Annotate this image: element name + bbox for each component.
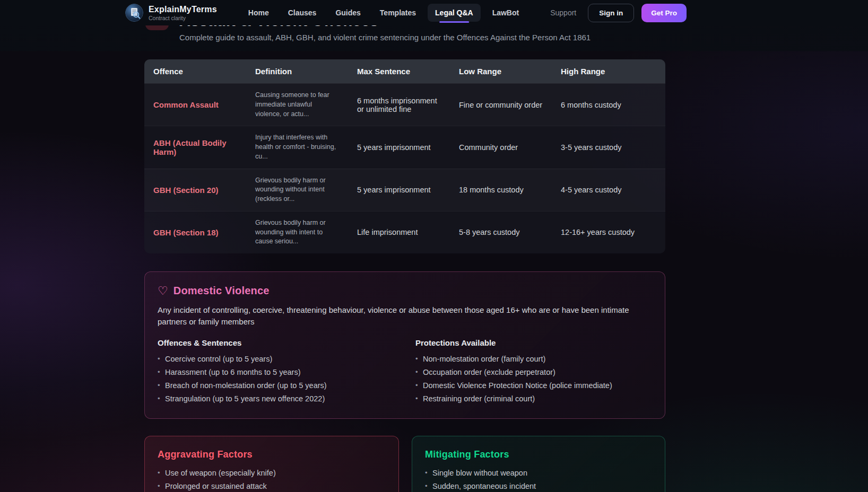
list-item: Breach of non-molestation order (up to 5… [158, 379, 394, 392]
nav-link[interactable]: Guides [328, 4, 368, 22]
top-navbar: ExplainMyTerms Contract clarity Home Cla… [0, 0, 868, 25]
aggravating-factors-card: Aggravating Factors Use of weapon (espec… [144, 436, 399, 492]
offence-link[interactable]: ABH (Actual Bodily Harm) [144, 131, 246, 163]
offence-link[interactable]: GBH (Section 18) [144, 221, 246, 244]
nav-link[interactable]: Home [241, 4, 276, 22]
protections-list: Non-molestation order (family court) Occ… [415, 353, 652, 406]
column-header-max-sentence: Max Sentence [348, 59, 450, 83]
offences-sentences-heading: Offences & Sentences [158, 338, 394, 347]
high-range-cell: 12-16+ years custody [552, 221, 665, 243]
offence-link[interactable]: GBH (Section 20) [144, 179, 246, 201]
table-row: GBH (Section 20) Grievous bodily harm or… [144, 169, 665, 211]
list-item: Restraining order (criminal court) [415, 392, 652, 406]
mitigating-factors-title: Mitigating Factors [425, 449, 652, 460]
definition-cell: Causing someone to fear immediate unlawf… [246, 84, 348, 126]
list-item: Strangulation (up to 5 years new offence… [158, 392, 394, 406]
get-pro-button[interactable]: Get Pro [641, 4, 687, 22]
sign-in-button[interactable]: Sign in [588, 4, 634, 22]
brand-tagline: Contract clarity [149, 15, 217, 21]
max-sentence-cell: 5 years imprisonment [348, 136, 450, 159]
low-range-cell: 5-8 years custody [450, 221, 552, 243]
high-range-cell: 6 months custody [552, 94, 665, 116]
definition-cell: Injury that interferes with health or co… [246, 126, 348, 168]
list-item: Harassment (up to 6 months to 5 years) [158, 366, 394, 379]
table-header-row: Offence Definition Max Sentence Low Rang… [144, 59, 665, 83]
definition-cell: Grievous bodily harm or wounding with in… [246, 212, 348, 253]
offences-sentences-list: Coercive control (up to 5 years) Harassm… [158, 353, 394, 406]
column-header-low-range: Low Range [450, 59, 552, 83]
list-item: Domestic Violence Protection Notice (pol… [415, 379, 652, 392]
support-link[interactable]: Support [550, 8, 576, 17]
brand[interactable]: ExplainMyTerms Contract clarity [125, 4, 217, 22]
aggravating-factors-list: Use of weapon (especially knife) Prolong… [158, 467, 386, 492]
list-item: Non-molestation order (family court) [415, 353, 652, 366]
high-range-cell: 4-5 years custody [552, 179, 665, 201]
low-range-cell: 18 months custody [450, 179, 552, 201]
domestic-violence-title: Domestic Violence [173, 285, 270, 297]
nav-link[interactable]: Templates [372, 4, 423, 22]
mitigating-factors-card: Mitigating Factors Single blow without w… [412, 436, 665, 492]
list-item: Prolonged or sustained attack [158, 480, 386, 492]
max-sentence-cell: 6 months imprisonment or unlimited fine [348, 90, 450, 120]
nav-link[interactable]: LawBot [485, 4, 527, 22]
column-header-offence: Offence [144, 59, 246, 83]
list-item: Use of weapon (especially knife) [158, 467, 386, 480]
offence-link[interactable]: Common Assault [144, 93, 246, 116]
protections-heading: Protections Available [415, 338, 652, 347]
high-range-cell: 3-5 years custody [552, 136, 665, 159]
brand-name: ExplainMyTerms [149, 5, 217, 14]
logo-icon [125, 4, 143, 22]
low-range-cell: Fine or community order [450, 94, 552, 116]
list-item: Coercive control (up to 5 years) [158, 353, 394, 366]
column-header-high-range: High Range [552, 59, 665, 83]
max-sentence-cell: 5 years imprisonment [348, 179, 450, 201]
protections-column: Protections Available Non-molestation or… [415, 338, 652, 406]
nav-link[interactable]: Clauses [281, 4, 324, 22]
offences-table: Offence Definition Max Sentence Low Rang… [144, 59, 665, 253]
definition-cell: Grievous bodily harm or wounding without… [246, 169, 348, 211]
nav-link[interactable]: Legal Q&A [428, 4, 481, 22]
page-subtitle: Complete guide to assault, ABH, GBH, and… [179, 33, 665, 42]
heart-outline-icon: ♡ [158, 285, 168, 297]
list-item: Single blow without weapon [425, 467, 652, 480]
aggravating-factors-title: Aggravating Factors [158, 449, 386, 460]
domestic-violence-description: Any incident of controlling, coercive, t… [158, 304, 651, 328]
list-item: Sudden, spontaneous incident [425, 480, 652, 492]
main-nav: Home Clauses Guides Templates Legal Q&A … [217, 4, 550, 22]
table-row: Common Assault Causing someone to fear i… [144, 83, 665, 126]
column-header-definition: Definition [246, 59, 348, 83]
max-sentence-cell: Life imprisonment [348, 221, 450, 243]
offences-sentences-column: Offences & Sentences Coercive control (u… [158, 338, 394, 406]
list-item: Occupation order (exclude perpetrator) [415, 366, 652, 379]
low-range-cell: Community order [450, 136, 552, 159]
domestic-violence-card: ♡ Domestic Violence Any incident of cont… [144, 271, 665, 419]
table-row: GBH (Section 18) Grievous bodily harm or… [144, 211, 665, 253]
table-row: ABH (Actual Bodily Harm) Injury that int… [144, 126, 665, 168]
mitigating-factors-list: Single blow without weapon Sudden, spont… [425, 467, 652, 492]
